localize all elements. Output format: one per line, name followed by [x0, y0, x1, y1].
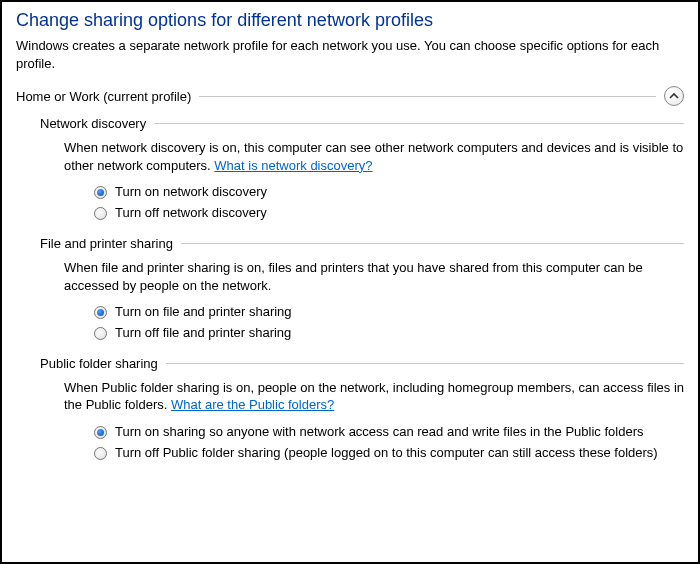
section-description: When network discovery is on, this compu… [64, 139, 684, 174]
section-network-discovery: Network discovery When network discovery… [40, 116, 684, 222]
radio-label: Turn off Public folder sharing (people l… [115, 445, 658, 462]
radio-turn-off-file-printer-sharing[interactable]: Turn off file and printer sharing [94, 325, 684, 342]
section-description: When file and printer sharing is on, fil… [64, 259, 684, 294]
radio-label: Turn on sharing so anyone with network a… [115, 424, 643, 441]
section-file-printer-sharing: File and printer sharing When file and p… [40, 236, 684, 342]
radio-turn-on-public-folder-sharing[interactable]: Turn on sharing so anyone with network a… [94, 424, 684, 441]
radio-turn-off-public-folder-sharing[interactable]: Turn off Public folder sharing (people l… [94, 445, 684, 462]
radio-turn-on-network-discovery[interactable]: Turn on network discovery [94, 184, 684, 201]
divider [154, 123, 684, 124]
radio-icon [94, 447, 107, 460]
heading-label: File and printer sharing [40, 236, 181, 251]
divider [166, 363, 684, 364]
chevron-up-icon [669, 91, 679, 101]
section-heading: Public folder sharing [40, 356, 684, 371]
profile-header[interactable]: Home or Work (current profile) [16, 86, 684, 106]
radio-icon [94, 327, 107, 340]
divider [181, 243, 684, 244]
radio-icon [94, 306, 107, 319]
radio-label: Turn off network discovery [115, 205, 267, 222]
section-description: When Public folder sharing is on, people… [64, 379, 684, 414]
page-subtitle: Windows creates a separate network profi… [16, 37, 684, 72]
heading-label: Public folder sharing [40, 356, 166, 371]
radio-label: Turn on network discovery [115, 184, 267, 201]
link-what-is-network-discovery[interactable]: What is network discovery? [214, 158, 372, 173]
page-title: Change sharing options for different net… [16, 10, 684, 31]
link-what-are-public-folders[interactable]: What are the Public folders? [171, 397, 334, 412]
desc-text: When Public folder sharing is on, people… [64, 380, 684, 413]
section-heading: File and printer sharing [40, 236, 684, 251]
divider [199, 96, 656, 97]
profile-label: Home or Work (current profile) [16, 89, 199, 104]
radio-label: Turn off file and printer sharing [115, 325, 291, 342]
collapse-button[interactable] [664, 86, 684, 106]
radio-turn-on-file-printer-sharing[interactable]: Turn on file and printer sharing [94, 304, 684, 321]
radio-icon [94, 207, 107, 220]
heading-label: Network discovery [40, 116, 154, 131]
radio-turn-off-network-discovery[interactable]: Turn off network discovery [94, 205, 684, 222]
section-heading: Network discovery [40, 116, 684, 131]
desc-text: When network discovery is on, this compu… [64, 140, 683, 173]
section-public-folder-sharing: Public folder sharing When Public folder… [40, 356, 684, 462]
radio-icon [94, 426, 107, 439]
radio-icon [94, 186, 107, 199]
radio-label: Turn on file and printer sharing [115, 304, 292, 321]
